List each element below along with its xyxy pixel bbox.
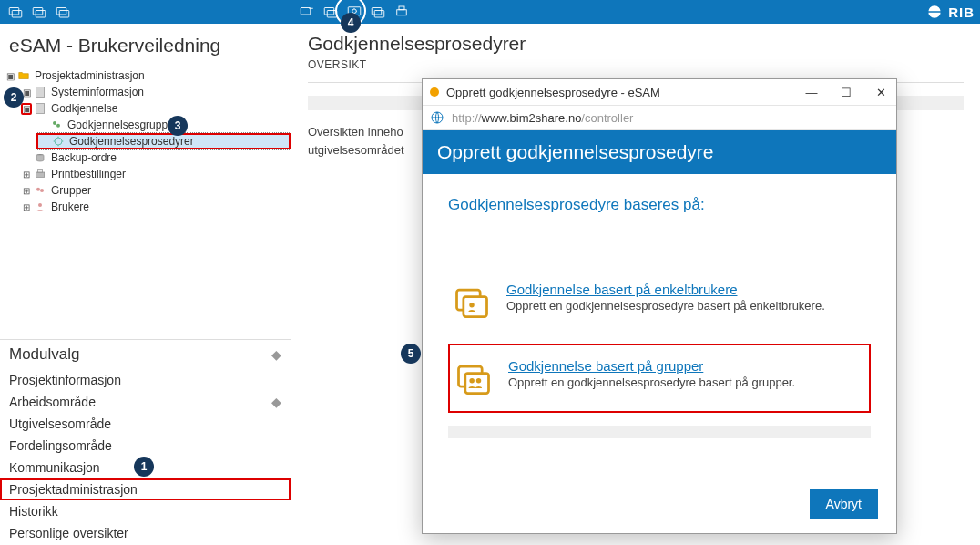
tree-brukere[interactable]: ⊞ Brukere — [20, 199, 291, 215]
svg-rect-6 — [36, 87, 44, 98]
tree-label: Godkjennelse — [51, 102, 117, 115]
tree-grupper[interactable]: ⊞ Grupper — [20, 182, 291, 199]
tree-label: Grupper — [51, 184, 91, 197]
tree-godkjennelse[interactable]: ▣ Godkjennelse — [20, 100, 291, 117]
backup-icon — [33, 150, 47, 165]
tree-backup[interactable]: Backup-ordre — [20, 149, 291, 166]
body-text-start: Oversikten inneho — [308, 125, 403, 139]
step-badge-1: 1 — [134, 457, 154, 477]
tree-systeminfo[interactable]: ▣ Systeminformasjon — [20, 84, 291, 100]
option-description: Opprett en godkjennelsesprosedyre basert… — [508, 375, 795, 389]
url-protocol: http:// — [452, 111, 482, 125]
toolbar-print-icon[interactable] — [392, 2, 412, 22]
tree-print[interactable]: ⊞ Printbestillinger — [20, 166, 291, 182]
svg-point-9 — [56, 124, 60, 128]
step-badge-3: 3 — [168, 116, 188, 136]
step-badge-5: 5 — [401, 344, 421, 364]
minimize-button[interactable]: — — [803, 86, 820, 99]
option-link[interactable]: Godkjennelse basert på grupper — [508, 358, 703, 374]
option-link[interactable]: Godkjennelse basert på enkeltbrukere — [506, 282, 738, 297]
module-release-area[interactable]: Utgivelsesområde — [0, 413, 291, 435]
module-list: Prosjektinformasjon Arbeidsområde◆ Utgiv… — [0, 369, 291, 544]
tree-label: Brukere — [51, 201, 89, 213]
folder-icon — [16, 68, 31, 83]
globe-icon — [430, 110, 444, 125]
toolbar-new-icon[interactable] — [297, 2, 317, 22]
tree-root[interactable]: ▣ Prosjektadministrasjon — [4, 67, 291, 84]
brand-text: RIB — [948, 5, 975, 20]
svg-point-16 — [38, 203, 42, 207]
dialog-titlebar[interactable]: Opprett godkjennelsesprosedyre - eSAM — … — [423, 79, 896, 105]
left-toolbar — [0, 0, 291, 24]
svg-rect-1 — [12, 11, 22, 18]
expand-icon[interactable]: ⊞ — [22, 170, 31, 180]
option-icon — [452, 282, 492, 322]
svg-point-8 — [53, 121, 56, 125]
option-groups[interactable]: Godkjennelse basert på grupper Opprett e… — [448, 344, 871, 413]
svg-rect-19 — [327, 11, 337, 18]
info-icon — [33, 85, 47, 99]
svg-rect-29 — [464, 297, 487, 317]
toolbar-icon-1[interactable] — [5, 2, 26, 22]
svg-rect-2 — [33, 8, 43, 15]
left-panel: eSAM - Brukerveiledning 2 3 ▣ Prosjektad… — [0, 0, 291, 545]
dialog-progress-bar — [448, 426, 871, 438]
toolbar-icon[interactable] — [321, 2, 341, 22]
svg-point-33 — [469, 378, 475, 384]
toolbar-icon-3[interactable] — [53, 2, 73, 22]
svg-point-15 — [40, 189, 44, 192]
svg-rect-17 — [301, 8, 311, 15]
module-personal-views[interactable]: Personlige oversikter — [0, 522, 291, 544]
tree-label: Systeminformasjon — [51, 86, 144, 98]
svg-rect-0 — [9, 8, 19, 15]
option-single-users[interactable]: Godkjennelse basert på enkeltbrukere Opp… — [448, 269, 871, 334]
svg-point-14 — [36, 188, 40, 191]
expand-icon[interactable]: ▣ — [5, 71, 15, 81]
groups-icon — [49, 118, 64, 132]
svg-rect-3 — [36, 11, 46, 18]
toolbar-icon-2[interactable] — [29, 2, 49, 22]
tree-approval-procedures[interactable]: Godkjennelsesprosedyrer — [36, 133, 291, 149]
pin-icon[interactable]: ◆ — [271, 347, 281, 362]
chevron-icon: ◆ — [271, 395, 281, 409]
dialog-heading: Opprett godkjennelsesprosedyre — [423, 130, 896, 174]
dialog-address-bar[interactable]: http:// www.bim2share.no /controller — [423, 105, 896, 130]
dialog-favicon — [430, 87, 439, 97]
svg-rect-22 — [372, 8, 382, 15]
group-icon — [33, 183, 47, 198]
tree-label: Backup-ordre — [51, 151, 117, 164]
page-title: eSAM - Brukerveiledning — [0, 24, 291, 66]
module-distribution-area[interactable]: Fordelingsområde — [0, 435, 291, 457]
maximize-button[interactable]: ☐ — [838, 86, 854, 99]
tree-label: Godkjennelsesprosedyrer — [69, 135, 194, 148]
svg-rect-25 — [399, 6, 404, 10]
module-project-info[interactable]: Prosjektinformasjon — [0, 369, 291, 391]
module-communication[interactable]: Kommunikasjon 1 — [0, 457, 291, 478]
tree-label: Printbestillinger — [51, 168, 126, 180]
tree-label: Godkjennelsesgrupper — [67, 118, 178, 131]
step-badge-2: 2 — [4, 87, 24, 108]
module-project-admin[interactable]: Prosjektadministrasjon — [0, 478, 291, 500]
svg-rect-7 — [36, 104, 44, 114]
svg-rect-4 — [56, 8, 66, 15]
left-content: eSAM - Brukerveiledning 2 3 ▣ Prosjektad… — [0, 24, 291, 545]
expand-icon[interactable]: ▣ — [22, 104, 31, 114]
tree-label: Prosjektadministrasjon — [35, 69, 145, 82]
svg-rect-5 — [59, 11, 69, 18]
cancel-button[interactable]: Avbryt — [810, 489, 878, 519]
svg-rect-24 — [397, 10, 407, 15]
tree-approval-groups[interactable]: Godkjennelsesgrupper — [36, 117, 291, 133]
toolbar-icon[interactable] — [368, 2, 388, 22]
module-history[interactable]: Historikk — [0, 500, 291, 522]
module-work-area[interactable]: Arbeidsområde◆ — [0, 391, 291, 413]
close-button[interactable]: ✕ — [873, 86, 889, 99]
step-badge-4: 4 — [341, 13, 361, 33]
rib-logo-icon — [926, 4, 943, 20]
expand-icon[interactable]: ⊞ — [22, 202, 31, 212]
expand-icon[interactable]: ⊞ — [22, 186, 31, 196]
dialog-title: Opprett godkjennelsesprosedyre - eSAM — [446, 86, 660, 99]
svg-point-34 — [476, 378, 482, 384]
create-procedure-dialog: Opprett godkjennelsesprosedyre - eSAM — … — [422, 78, 897, 534]
url-host: www.bim2share.no — [482, 111, 582, 125]
user-icon — [33, 200, 47, 214]
